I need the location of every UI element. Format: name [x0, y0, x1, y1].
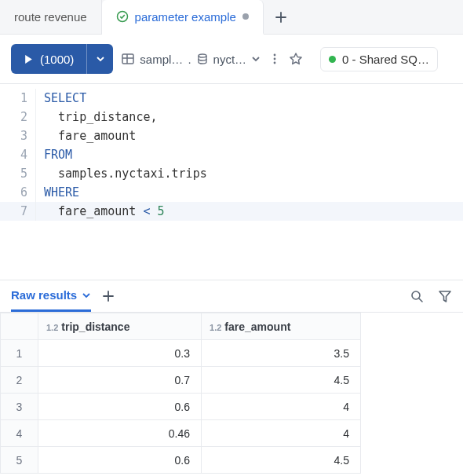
run-limit-label: (1000)	[40, 53, 74, 66]
cell[interactable]: 0.46	[38, 420, 202, 447]
table-row[interactable]: 50.64.5	[1, 447, 361, 474]
svg-point-2	[199, 54, 206, 57]
tab-parameter-example[interactable]: parameter example	[102, 0, 264, 35]
column-name: trip_distance	[61, 320, 129, 333]
cell[interactable]: 4.5	[202, 447, 361, 474]
sql-editor[interactable]: 1SELECT2 trip_distance,3 fare_amount4FRO…	[0, 84, 463, 225]
status-dot-icon	[329, 56, 336, 63]
dirty-indicator-icon	[242, 13, 249, 20]
line-number: 1	[0, 89, 36, 108]
row-number-cell: 2	[1, 367, 38, 394]
line-number: 7	[0, 202, 36, 221]
svg-point-5	[274, 62, 276, 64]
table-row[interactable]: 20.74.5	[1, 367, 361, 394]
compute-picker[interactable]: 0 - Shared SQ…	[320, 47, 438, 71]
type-badge: 1.2	[210, 323, 221, 332]
run-dropdown-button[interactable]	[86, 44, 113, 74]
cell[interactable]: 0.7	[38, 367, 202, 394]
code-content[interactable]: samples.nyctaxi.trips	[36, 164, 463, 183]
editor-line[interactable]: 7 fare_amount < 5	[0, 202, 463, 221]
play-icon	[24, 54, 34, 64]
run-button[interactable]: (1000)	[11, 44, 86, 74]
table-row[interactable]: 30.64	[1, 394, 361, 420]
cell[interactable]: 4	[202, 420, 361, 447]
editor-results-divider	[0, 225, 463, 280]
new-tab-button[interactable]	[264, 0, 298, 34]
cell[interactable]: 4	[202, 394, 361, 420]
column-header-trip-distance[interactable]: 1.2trip_distance	[38, 313, 202, 340]
tab-label: parameter example	[135, 10, 236, 24]
cell[interactable]: 3.5	[202, 340, 361, 367]
table-icon	[121, 52, 135, 66]
code-content[interactable]: WHERE	[36, 183, 463, 202]
code-content[interactable]: SELECT	[36, 89, 463, 108]
column-name: fare_amount	[224, 320, 290, 333]
code-content[interactable]: trip_distance,	[36, 108, 463, 126]
check-circle-icon	[116, 10, 129, 23]
svg-point-4	[274, 58, 276, 60]
editor-line[interactable]: 1SELECT	[0, 89, 463, 108]
results-tabbar: Raw results	[0, 280, 463, 312]
table-row[interactable]: 10.33.5	[1, 340, 361, 367]
editor-line[interactable]: 2 trip_distance,	[0, 108, 463, 126]
search-results-button[interactable]	[410, 289, 424, 303]
row-number-cell: 4	[1, 420, 38, 447]
type-badge: 1.2	[46, 323, 58, 332]
cell[interactable]: 0.6	[38, 447, 202, 474]
catalog-db-label: nyct…	[213, 53, 247, 66]
svg-point-3	[274, 54, 276, 57]
results-actions	[410, 289, 452, 311]
database-icon	[196, 53, 209, 65]
row-number-cell: 5	[1, 447, 38, 474]
column-header-fare-amount[interactable]: 1.2fare_amount	[202, 313, 361, 340]
catalog-picker[interactable]: sampl… . nyct…	[121, 52, 261, 66]
row-number-cell: 1	[1, 340, 38, 367]
line-number: 3	[0, 126, 36, 145]
cell[interactable]: 0.6	[38, 394, 202, 420]
row-number-cell: 3	[1, 394, 38, 420]
results-table: 1.2trip_distance 1.2fare_amount 10.33.52…	[0, 313, 361, 474]
favorite-button[interactable]	[289, 52, 303, 66]
line-number: 6	[0, 183, 36, 202]
cell[interactable]: 4.5	[202, 367, 361, 394]
tab-label: route revenue	[14, 10, 87, 24]
results-tab-raw[interactable]: Raw results	[11, 288, 91, 312]
table-header-row: 1.2trip_distance 1.2fare_amount	[1, 313, 361, 340]
editor-line[interactable]: 3 fare_amount	[0, 126, 463, 145]
editor-toolbar: (1000) sampl… . nyct… 0 - Shared SQ…	[0, 35, 463, 84]
filter-results-button[interactable]	[438, 289, 452, 303]
dot-separator: .	[188, 53, 191, 66]
line-number: 2	[0, 108, 36, 126]
code-content[interactable]: fare_amount < 5	[36, 202, 463, 221]
row-number-header[interactable]	[1, 313, 38, 340]
kebab-menu-button[interactable]	[268, 53, 281, 65]
editor-line[interactable]: 5 samples.nyctaxi.trips	[0, 164, 463, 183]
cell[interactable]: 0.3	[38, 340, 202, 367]
code-content[interactable]: FROM	[36, 145, 463, 164]
compute-label: 0 - Shared SQ…	[342, 53, 429, 66]
results-tab-label: Raw results	[11, 288, 77, 302]
code-content[interactable]: fare_amount	[36, 126, 463, 145]
editor-tabstrip: route revenue parameter example	[0, 0, 463, 35]
editor-line[interactable]: 4FROM	[0, 145, 463, 164]
line-number: 5	[0, 164, 36, 183]
table-row[interactable]: 40.464	[1, 420, 361, 447]
add-visualization-button[interactable]	[102, 290, 115, 310]
chevron-down-icon	[82, 291, 91, 300]
line-number: 4	[0, 145, 36, 164]
run-button-group: (1000)	[11, 44, 113, 74]
tab-route-revenue[interactable]: route revenue	[0, 0, 102, 34]
svg-rect-1	[122, 54, 133, 64]
editor-line[interactable]: 6WHERE	[0, 183, 463, 202]
chevron-down-icon	[251, 54, 261, 64]
catalog-schema-label: sampl…	[140, 53, 183, 66]
